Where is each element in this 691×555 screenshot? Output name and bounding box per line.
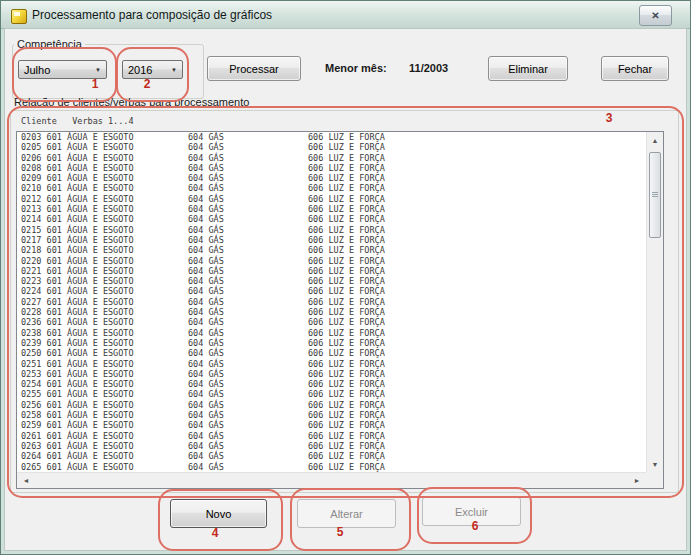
year-select[interactable]: 2016 ▼ [122,60,183,79]
scroll-down-icon[interactable]: ▼ [647,456,663,472]
list-item-cell: 0264 601 ÁGUA E ESGOTO [21,451,134,461]
list-item[interactable]: 0227 601 ÁGUA E ESGOTO604 GÁS606 LUZ E F… [17,297,646,307]
list-item-cell: 0238 601 ÁGUA E ESGOTO [21,328,134,338]
list-item[interactable]: 0255 601 ÁGUA E ESGOTO604 GÁS606 LUZ E F… [17,389,646,399]
scroll-up-icon[interactable]: ▲ [647,132,663,148]
list-item[interactable]: 0256 601 ÁGUA E ESGOTO604 GÁS606 LUZ E F… [17,400,646,410]
processar-button[interactable]: Processar [207,56,301,81]
list-item-cell: 604 GÁS [188,173,224,183]
list-item[interactable]: 0228 601 ÁGUA E ESGOTO604 GÁS606 LUZ E F… [17,307,646,317]
fechar-button[interactable]: Fechar [601,56,669,81]
list-item-cell: 0212 601 ÁGUA E ESGOTO [21,194,134,204]
list-item[interactable]: 0210 601 ÁGUA E ESGOTO604 GÁS606 LUZ E F… [17,183,646,193]
list-item[interactable]: 0250 601 ÁGUA E ESGOTO604 GÁS606 LUZ E F… [17,348,646,358]
list-item[interactable]: 0220 601 ÁGUA E ESGOTO604 GÁS606 LUZ E F… [17,256,646,266]
list-item-cell: 604 GÁS [188,245,224,255]
list-item-cell: 0239 601 ÁGUA E ESGOTO [21,338,134,348]
list-item-cell: 0223 601 ÁGUA E ESGOTO [21,276,134,286]
list-item-cell: 606 LUZ E FORÇA [308,328,385,338]
scroll-right-icon[interactable]: ► [630,473,644,488]
list-item-cell: 604 GÁS [188,153,224,163]
list-item-cell: 0263 601 ÁGUA E ESGOTO [21,441,134,451]
list-item[interactable]: 0238 601 ÁGUA E ESGOTO604 GÁS606 LUZ E F… [17,328,646,338]
window-title: Processamento para composição de gráfico… [32,8,272,22]
list-item-cell: 0208 601 ÁGUA E ESGOTO [21,163,134,173]
list-item-cell: 604 GÁS [188,297,224,307]
list-item-cell: 604 GÁS [188,163,224,173]
list-item-cell: 606 LUZ E FORÇA [308,307,385,317]
list-item-cell: 606 LUZ E FORÇA [308,338,385,348]
list-item[interactable]: 0261 601 ÁGUA E ESGOTO604 GÁS606 LUZ E F… [17,431,646,441]
list-item-cell: 0227 601 ÁGUA E ESGOTO [21,297,134,307]
list-item[interactable]: 0223 601 ÁGUA E ESGOTO604 GÁS606 LUZ E F… [17,276,646,286]
list-item-cell: 604 GÁS [188,389,224,399]
scroll-left-icon[interactable]: ◄ [19,473,33,488]
title-bar[interactable]: Processamento para composição de gráfico… [1,1,690,29]
list-item-cell: 606 LUZ E FORÇA [308,256,385,266]
list-item-cell: 606 LUZ E FORÇA [308,451,385,461]
list-item[interactable]: 0205 601 ÁGUA E ESGOTO604 GÁS606 LUZ E F… [17,142,646,152]
list-item-cell: 606 LUZ E FORÇA [308,359,385,369]
list-item[interactable]: 0218 601 ÁGUA E ESGOTO604 GÁS606 LUZ E F… [17,245,646,255]
list-item[interactable]: 0214 601 ÁGUA E ESGOTO604 GÁS606 LUZ E F… [17,214,646,224]
list-item-cell: 604 GÁS [188,256,224,266]
list-item[interactable]: 0236 601 ÁGUA E ESGOTO604 GÁS606 LUZ E F… [17,317,646,327]
list-item-cell: 0259 601 ÁGUA E ESGOTO [21,420,134,430]
list-item-cell: 0213 601 ÁGUA E ESGOTO [21,204,134,214]
month-select[interactable]: Julho ▼ [18,60,107,79]
list-item[interactable]: 0212 601 ÁGUA E ESGOTO604 GÁS606 LUZ E F… [17,194,646,204]
list-item[interactable]: 0206 601 ÁGUA E ESGOTO604 GÁS606 LUZ E F… [17,153,646,163]
list-item-cell: 606 LUZ E FORÇA [308,410,385,420]
dialog-window: Processamento para composição de gráfico… [0,0,691,555]
list-item-cell: 606 LUZ E FORÇA [308,441,385,451]
list-item-cell: 606 LUZ E FORÇA [308,431,385,441]
list-item-cell: 0224 601 ÁGUA E ESGOTO [21,286,134,296]
close-icon: ✕ [651,10,659,21]
list-item[interactable]: 0203 601 ÁGUA E ESGOTO604 GÁS606 LUZ E F… [17,132,646,142]
list-item[interactable]: 0217 601 ÁGUA E ESGOTO604 GÁS606 LUZ E F… [17,235,646,245]
horizontal-scrollbar[interactable]: ◄ ► [17,472,646,488]
list-item-cell: 606 LUZ E FORÇA [308,420,385,430]
list-item-cell: 606 LUZ E FORÇA [308,286,385,296]
list-item[interactable]: 0253 601 ÁGUA E ESGOTO604 GÁS606 LUZ E F… [17,369,646,379]
list-item-cell: 606 LUZ E FORÇA [308,348,385,358]
vertical-scrollbar[interactable]: ▲ ▼ [646,132,663,472]
list-item[interactable]: 0259 601 ÁGUA E ESGOTO604 GÁS606 LUZ E F… [17,420,646,430]
list-item-cell: 604 GÁS [188,266,224,276]
list-item-cell: 604 GÁS [188,286,224,296]
list-item-cell: 606 LUZ E FORÇA [308,379,385,389]
list-item[interactable]: 0213 601 ÁGUA E ESGOTO604 GÁS606 LUZ E F… [17,204,646,214]
list-item-cell: 604 GÁS [188,235,224,245]
year-select-value: 2016 [123,64,166,76]
list-item[interactable]: 0258 601 ÁGUA E ESGOTO604 GÁS606 LUZ E F… [17,410,646,420]
thumb-grip-icon [652,192,658,197]
list-item-cell: 606 LUZ E FORÇA [308,214,385,224]
list-item-cell: 606 LUZ E FORÇA [308,153,385,163]
clientes-listbox[interactable]: 0203 601 ÁGUA E ESGOTO604 GÁS606 LUZ E F… [16,131,664,489]
list-item[interactable]: 0239 601 ÁGUA E ESGOTO604 GÁS606 LUZ E F… [17,338,646,348]
list-item[interactable]: 0264 601 ÁGUA E ESGOTO604 GÁS606 LUZ E F… [17,451,646,461]
scrollbar-thumb[interactable] [649,152,661,238]
close-button[interactable]: ✕ [639,5,672,26]
list-item-cell: 0210 601 ÁGUA E ESGOTO [21,183,134,193]
list-item[interactable]: 0221 601 ÁGUA E ESGOTO604 GÁS606 LUZ E F… [17,266,646,276]
eliminar-button[interactable]: Eliminar [488,56,568,81]
list-item[interactable]: 0263 601 ÁGUA E ESGOTO604 GÁS606 LUZ E F… [17,441,646,451]
list-item[interactable]: 0224 601 ÁGUA E ESGOTO604 GÁS606 LUZ E F… [17,286,646,296]
list-item[interactable]: 0265 601 ÁGUA E ESGOTO604 GÁS606 LUZ E F… [17,462,646,472]
list-item[interactable]: 0209 601 ÁGUA E ESGOTO604 GÁS606 LUZ E F… [17,173,646,183]
month-select-value: Julho [19,64,90,76]
list-item[interactable]: 0208 601 ÁGUA E ESGOTO604 GÁS606 LUZ E F… [17,163,646,173]
list-item[interactable]: 0215 601 ÁGUA E ESGOTO604 GÁS606 LUZ E F… [17,225,646,235]
excluir-button: Excluir [422,497,521,526]
list-item[interactable]: 0251 601 ÁGUA E ESGOTO604 GÁS606 LUZ E F… [17,359,646,369]
list-item-cell: 606 LUZ E FORÇA [308,276,385,286]
list-item-cell: 604 GÁS [188,420,224,430]
list-item[interactable]: 0254 601 ÁGUA E ESGOTO604 GÁS606 LUZ E F… [17,379,646,389]
novo-button[interactable]: Novo [170,499,267,528]
alterar-button: Alterar [297,499,396,528]
list-item-cell: 0265 601 ÁGUA E ESGOTO [21,462,134,472]
list-item-cell: 0254 601 ÁGUA E ESGOTO [21,379,134,389]
list-item-cell: 604 GÁS [188,132,224,142]
list-item-cell: 604 GÁS [188,214,224,224]
